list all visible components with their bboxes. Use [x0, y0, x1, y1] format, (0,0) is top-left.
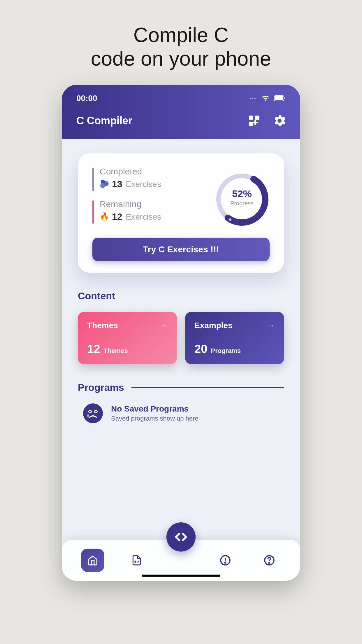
home-icon — [87, 555, 98, 566]
empty-title: No Saved Programs — [111, 404, 198, 414]
svg-point-19 — [269, 563, 270, 564]
themes-tile[interactable]: Themes → 12 Themes — [78, 312, 177, 364]
progress-percent: 52% — [230, 188, 254, 200]
status-bar: 00:00 •••• — [76, 94, 286, 103]
status-time: 00:00 — [76, 94, 97, 103]
empty-subtitle: Saved programs show up here — [111, 415, 198, 422]
battery-icon — [274, 95, 286, 101]
phone-frame: 00:00 •••• C Compiler Comple — [62, 85, 300, 581]
content-title: Content — [78, 290, 115, 302]
status-right: •••• — [250, 95, 286, 102]
remaining-num: 12 — [112, 211, 122, 222]
fire-icon: 🔥 — [100, 213, 108, 221]
progress-ring: 52% Progress — [214, 172, 270, 227]
completed-num: 13 — [112, 179, 122, 190]
wifi-icon — [261, 95, 270, 102]
svg-point-13 — [95, 411, 97, 412]
arrow-right-icon: → — [159, 321, 168, 330]
promo-line1: Compile C — [91, 23, 271, 47]
progress-label: Progress — [230, 200, 254, 207]
examples-tile[interactable]: Examples → 20 Programs — [185, 312, 284, 364]
home-indicator — [142, 575, 220, 577]
svg-rect-1 — [275, 96, 283, 100]
grid-add-icon[interactable] — [248, 115, 260, 127]
examples-num: 20 — [194, 342, 208, 356]
programs-section-header: Programs — [78, 382, 284, 393]
nav-help[interactable] — [258, 549, 281, 572]
completed-stat: Completed 🫐 13 Exercises — [92, 167, 214, 191]
code-fab-button[interactable] — [166, 522, 196, 552]
svg-point-14 — [87, 414, 89, 417]
remaining-unit: Exercises — [126, 212, 161, 222]
nav-alert[interactable] — [214, 549, 237, 572]
progress-card: Completed 🫐 13 Exercises Remaining — [78, 153, 284, 273]
svg-rect-3 — [249, 116, 253, 120]
svg-rect-2 — [284, 97, 285, 99]
promo-heading: Compile C code on your phone — [91, 23, 271, 70]
app-title: C Compiler — [76, 115, 132, 127]
app-header-bar: 00:00 •••• C Compiler — [62, 85, 300, 139]
themes-unit: Themes — [104, 347, 128, 355]
code-file-icon — [131, 555, 142, 566]
gear-icon[interactable] — [273, 115, 286, 127]
sad-face-icon — [83, 403, 103, 423]
promo-line2: code on your phone — [91, 47, 271, 71]
try-exercises-button[interactable]: Try C Exercises !!! — [92, 238, 270, 261]
svg-point-17 — [225, 562, 226, 563]
nav-code-file[interactable] — [125, 549, 148, 572]
svg-rect-4 — [255, 116, 259, 120]
examples-unit: Programs — [211, 347, 241, 355]
svg-point-12 — [89, 411, 91, 412]
themes-num: 12 — [87, 342, 100, 356]
remaining-bar — [92, 200, 94, 224]
help-icon — [264, 555, 275, 566]
divider — [122, 296, 284, 296]
arrow-right-icon: → — [266, 321, 275, 330]
content-section-header: Content — [78, 290, 284, 302]
pot-icon: 🫐 — [100, 180, 108, 189]
svg-rect-5 — [249, 122, 253, 126]
remaining-label: Remaining — [100, 199, 161, 209]
examples-title: Examples — [194, 321, 233, 330]
programs-title: Programs — [78, 382, 124, 393]
remaining-stat: Remaining 🔥 12 Exercises — [92, 199, 214, 224]
cellular-icon: •••• — [250, 96, 257, 100]
completed-bar — [92, 168, 94, 191]
nav-home[interactable] — [81, 549, 104, 572]
alert-icon — [220, 555, 231, 566]
divider — [131, 387, 284, 388]
svg-point-9 — [229, 218, 231, 221]
empty-state: No Saved Programs Saved programs show up… — [78, 403, 284, 423]
completed-label: Completed — [100, 167, 161, 176]
completed-unit: Exercises — [126, 180, 161, 189]
themes-title: Themes — [87, 321, 118, 330]
